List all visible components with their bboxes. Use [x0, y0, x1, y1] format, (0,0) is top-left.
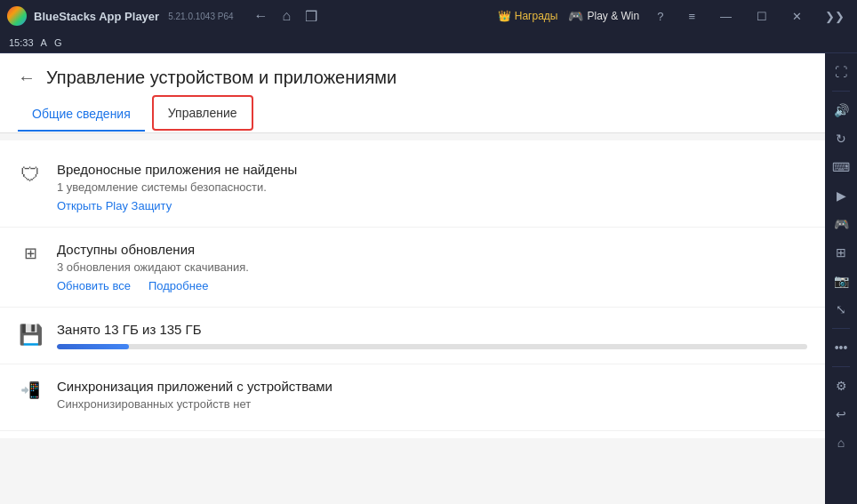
- menu-button[interactable]: ≡: [681, 6, 702, 27]
- nav-windows-btn[interactable]: ❒: [300, 6, 322, 27]
- collapse-arrow[interactable]: ❯❯: [820, 6, 850, 27]
- sidebar-resize-btn[interactable]: ⤡: [828, 296, 854, 323]
- titlebar-nav: ← ⌂ ❒: [250, 6, 323, 27]
- sidebar-volume-btn[interactable]: 🔊: [828, 97, 854, 124]
- sidebar-back-btn[interactable]: ↩: [828, 401, 854, 428]
- updates-title: Доступны обновления: [57, 242, 807, 257]
- storage-bar: [57, 344, 807, 349]
- updates-subtitle: 3 обновления ожидают скачивания.: [57, 260, 807, 274]
- sync-content: Синхронизация приложений с устройствами …: [57, 379, 807, 416]
- storage-icon: 💾: [18, 324, 43, 347]
- malware-content: Вредоносные приложения не найдены 1 увед…: [57, 162, 807, 212]
- titlebar-right: 👑 Награды 🎮 Play & Win ? ≡ — ☐ ✕ ❯❯: [498, 6, 850, 27]
- sidebar-keyboard-btn[interactable]: ⌨: [828, 154, 854, 180]
- right-sidebar: ⛶ 🔊 ↻ ⌨ ▶ 🎮 ⊞ 📷 ⤡ ••• ⚙ ↩ ⌂: [825, 53, 857, 504]
- titlebar: BlueStacks App Player 5.21.0.1043 P64 ← …: [0, 0, 857, 32]
- page-header: ← Управление устройством и приложениями: [0, 53, 825, 95]
- close-button[interactable]: ✕: [785, 6, 809, 27]
- section-sync: 📲 Синхронизация приложений с устройствам…: [0, 364, 825, 431]
- notification-icon-a: A: [41, 37, 47, 48]
- notification-icon-g: G: [54, 37, 62, 48]
- page-title: Управление устройством и приложениями: [46, 68, 396, 88]
- nav-home-btn[interactable]: ⌂: [278, 6, 296, 27]
- sidebar-divider-2: [832, 328, 850, 329]
- apps-icon: ⊞: [18, 244, 43, 263]
- help-button[interactable]: ?: [650, 6, 670, 27]
- sidebar-macro-btn[interactable]: ⊞: [828, 239, 854, 266]
- app-name: BlueStacks App Player: [34, 10, 159, 23]
- update-all-link[interactable]: Обновить все: [57, 279, 131, 292]
- bluestacks-logo: [7, 6, 27, 26]
- content-area: ← Управление устройством и приложениями …: [0, 53, 825, 504]
- sidebar-home-btn[interactable]: ⌂: [828, 429, 854, 456]
- open-play-protect-link[interactable]: Открыть Play Защиту: [57, 199, 172, 212]
- shield-icon: 🛡: [18, 164, 43, 187]
- nav-back-btn[interactable]: ←: [250, 6, 273, 27]
- sync-subtitle: Синхронизированных устройств нет: [57, 397, 807, 411]
- sidebar-more-btn[interactable]: •••: [828, 334, 854, 361]
- page-back-btn[interactable]: ←: [18, 68, 36, 88]
- updates-content: Доступны обновления 3 обновления ожидают…: [57, 242, 807, 292]
- playnwin-button[interactable]: 🎮 Play & Win: [568, 9, 639, 23]
- storage-content: Занято 13 ГБ из 135 ГБ: [57, 322, 807, 349]
- details-link[interactable]: Подробнее: [148, 279, 208, 292]
- section-malware: 🛡 Вредоносные приложения не найдены 1 ув…: [0, 148, 825, 228]
- rewards-icon: 👑: [498, 10, 511, 22]
- tab-manage[interactable]: Управление: [152, 95, 253, 131]
- sidebar-settings-btn[interactable]: ⚙: [828, 372, 854, 399]
- sidebar-screenshot-btn[interactable]: 📷: [828, 268, 854, 294]
- rewards-button[interactable]: 👑 Награды: [498, 10, 558, 22]
- sidebar-fullscreen-btn[interactable]: ⛶: [828, 59, 854, 85]
- app-version: 5.21.0.1043 P64: [168, 12, 233, 21]
- sections-list: 🛡 Вредоносные приложения не найдены 1 ув…: [0, 140, 825, 438]
- rewards-label: Награды: [515, 10, 558, 22]
- storage-bar-fill: [57, 344, 129, 349]
- section-storage: 💾 Занято 13 ГБ из 135 ГБ: [0, 308, 825, 364]
- sidebar-rotate-btn[interactable]: ↻: [828, 125, 854, 152]
- sidebar-divider-3: [832, 366, 850, 367]
- malware-links: Открыть Play Защиту: [57, 199, 807, 212]
- sync-title: Синхронизация приложений с устройствами: [57, 379, 807, 394]
- minimize-button[interactable]: —: [713, 6, 739, 27]
- tab-general[interactable]: Общие сведения: [18, 98, 145, 132]
- playnwin-icon: 🎮: [568, 9, 583, 23]
- secondary-bar: 15:33 A G: [0, 32, 857, 53]
- time-display: 15:33: [9, 37, 34, 48]
- storage-title: Занято 13 ГБ из 135 ГБ: [57, 322, 807, 337]
- maximize-button[interactable]: ☐: [749, 6, 774, 27]
- playnwin-label: Play & Win: [587, 10, 639, 22]
- sidebar-play-btn[interactable]: ▶: [828, 182, 854, 209]
- tabs-bar: Общие сведения Управление: [0, 95, 825, 133]
- updates-links: Обновить все Подробнее: [57, 279, 807, 292]
- malware-subtitle: 1 уведомление системы безопасности.: [57, 180, 807, 194]
- malware-title: Вредоносные приложения не найдены: [57, 162, 807, 177]
- sidebar-divider-1: [832, 91, 850, 92]
- section-updates: ⊞ Доступны обновления 3 обновления ожида…: [0, 228, 825, 308]
- sidebar-gamepad-btn[interactable]: 🎮: [828, 211, 854, 237]
- sync-icon: 📲: [18, 380, 43, 400]
- main-layout: ← Управление устройством и приложениями …: [0, 53, 857, 504]
